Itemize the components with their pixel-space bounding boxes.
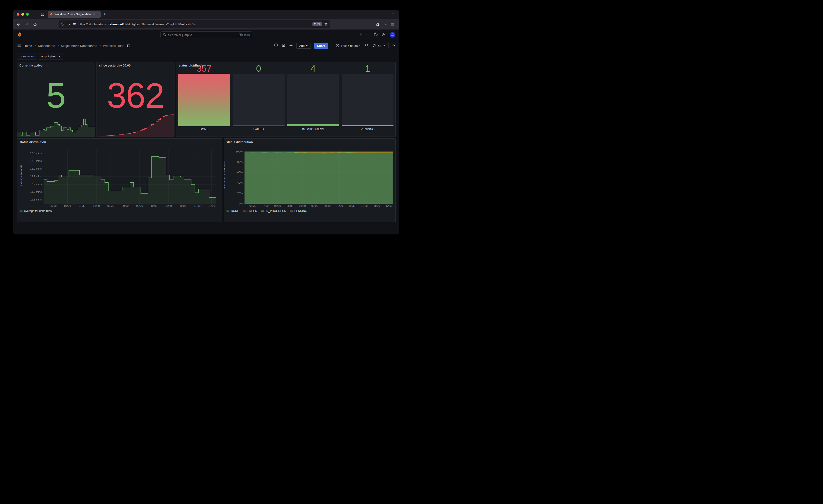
gauge-bar <box>233 74 285 126</box>
legend-color-pill <box>261 210 264 211</box>
browser-tab[interactable]: Workflow Runs - Single Metric D × <box>48 11 101 18</box>
legend-item-done[interactable]: DONE <box>226 209 239 213</box>
refresh-picker[interactable]: 5s <box>372 44 385 47</box>
y-axis-tick: 12 mins <box>17 183 42 185</box>
gauge-bar <box>342 74 393 126</box>
add-new-button[interactable] <box>359 33 366 36</box>
refresh-icon <box>372 44 376 47</box>
x-axis-tick: 10:00 <box>336 204 343 207</box>
panel-title[interactable]: Currently active <box>17 62 95 67</box>
x-axis-tick: 12:00 <box>208 204 215 207</box>
breadcrumb-dashboards[interactable]: Dashboards <box>38 44 55 47</box>
window-maximize-button[interactable] <box>26 13 29 16</box>
x-axis-tick: 08:00 <box>287 204 294 207</box>
breadcrumb-folder[interactable]: Single Metric Dashboards <box>61 44 97 47</box>
panel-avg-seconds-timeseries[interactable]: status distribution average seconds 12.3… <box>17 138 222 222</box>
x-axis-tick: 07:30 <box>79 204 86 207</box>
legend-item-pending[interactable]: PENDING <box>290 209 307 213</box>
add-button[interactable]: Add <box>297 43 311 49</box>
breadcrumb-current[interactable]: Workflow Runs <box>103 44 124 47</box>
collapse-chevron-up-icon[interactable] <box>392 43 395 48</box>
chart-area: distribution of statuses 100%80%60%40%20… <box>224 149 395 204</box>
search-input[interactable]: Search or jump to... ⌘+k <box>160 31 252 38</box>
legend-item-in-progress[interactable]: IN_PROGRESS <box>261 209 286 213</box>
help-icon[interactable] <box>374 32 378 37</box>
x-axis-tick: 09:30 <box>324 204 330 207</box>
url-bar[interactable]: https://githubmetrics.grafana.net/d/ddn9… <box>58 20 330 28</box>
browser-window: Workflow Runs - Single Metric D × + <box>13 10 399 234</box>
tab-bar: Workflow Runs - Single Metric D × + <box>13 10 399 19</box>
breadcrumb-separator: > <box>34 44 36 47</box>
extensions-puzzle-icon[interactable] <box>376 22 380 26</box>
bookmark-star-icon[interactable] <box>324 22 328 26</box>
x-axis-tick: 09:00 <box>122 204 129 207</box>
chart-legend: average for done runs <box>17 208 222 214</box>
timeseries-plot[interactable] <box>43 149 216 204</box>
dashboard-settings-gear-icon[interactable] <box>289 43 293 48</box>
share-button[interactable]: Share <box>314 43 328 49</box>
zoom-out-icon[interactable] <box>365 43 369 48</box>
panel-info-icon[interactable] <box>274 43 278 48</box>
user-avatar[interactable] <box>390 32 395 38</box>
gauge-label: PENDING <box>342 126 393 131</box>
panel-title[interactable]: since yesterday 00:00 <box>97 62 174 67</box>
panel-currently-active[interactable]: Currently active 5 <box>17 62 95 137</box>
panel-status-distribution-stacked[interactable]: status distribution distribution of stat… <box>224 138 395 222</box>
mega-menu-icon[interactable] <box>17 43 21 48</box>
x-axis-tick: 07:00 <box>262 204 269 207</box>
stat-value-since-yesterday: 362 <box>107 75 164 116</box>
y-axis-tick: 0% <box>224 202 242 205</box>
x-axis-tick: 11:30 <box>194 204 200 207</box>
y-axis-tick: 11.9 mins <box>17 190 42 193</box>
panel-since-yesterday[interactable]: since yesterday 00:00 362 <box>97 62 174 137</box>
x-axis-tick: 11:00 <box>361 204 368 207</box>
tab-favicon-grafana-icon <box>50 12 53 16</box>
legend-label: PENDING <box>294 209 307 213</box>
y-axis-tick: 100% <box>224 150 242 153</box>
lock-icon[interactable] <box>67 22 70 26</box>
permissions-icon[interactable] <box>72 22 76 26</box>
legend-item-average-for-done-runs[interactable]: average for done runs <box>19 209 51 213</box>
chart-area: average seconds 12.3 mins12.3 mins12.2 m… <box>17 149 222 204</box>
breadcrumb-home[interactable]: Home <box>24 44 32 47</box>
back-icon[interactable] <box>17 22 21 26</box>
forward-icon[interactable] <box>25 22 29 26</box>
panel-title[interactable]: status distribution <box>17 139 222 144</box>
dashboard-variables: oranization arg-digitaal <box>13 51 399 61</box>
x-axis-tick: 09:00 <box>311 204 318 207</box>
window-minimize-button[interactable] <box>21 13 24 16</box>
breadcrumb-separator: > <box>99 44 101 47</box>
window-close-button[interactable] <box>17 13 19 16</box>
zoom-level-badge[interactable]: 110% <box>312 22 322 26</box>
x-axis-tick: 11:00 <box>180 204 186 207</box>
panel-title[interactable]: status distribution <box>176 62 205 67</box>
panel-title[interactable]: status distribution <box>224 139 395 144</box>
search-icon <box>163 33 166 37</box>
legend-item-failed[interactable]: FAILED <box>243 209 257 213</box>
new-tab-button[interactable]: + <box>104 12 106 17</box>
news-rss-icon[interactable] <box>382 32 386 37</box>
bar-gauge-failed: 0FAILED <box>233 64 285 135</box>
firefox-view-icon[interactable] <box>40 12 44 16</box>
stacked-area-plot[interactable] <box>244 149 393 204</box>
tracking-shield-icon[interactable] <box>61 22 65 26</box>
x-axis: 06:3007:0007:3008:0008:3009:0009:3010:00… <box>43 204 216 208</box>
breadcrumb-separator: > <box>57 44 59 47</box>
favorite-star-icon[interactable] <box>127 43 130 48</box>
tab-close-icon[interactable]: × <box>97 13 99 16</box>
tab-list-chevron-down-icon[interactable] <box>391 12 395 17</box>
x-axis-tick: 07:00 <box>64 204 71 207</box>
save-dashboard-icon[interactable] <box>282 43 286 48</box>
variable-label[interactable]: oranization <box>17 53 37 59</box>
app-menu-hamburger-icon[interactable] <box>391 22 395 26</box>
grafana-logo[interactable] <box>17 32 22 38</box>
toolbar-overflow-icon[interactable]: » <box>384 22 386 26</box>
reload-icon[interactable] <box>33 22 37 26</box>
url-text[interactable]: https://githubmetrics.grafana.net/d/ddn9… <box>78 22 195 26</box>
x-axis: 06:3007:0007:3008:0008:3009:0009:3010:00… <box>244 204 393 208</box>
x-axis-tick: 09:30 <box>136 204 143 207</box>
panel-status-gauges[interactable]: status distribution 357DONE0FAILED4IN_PR… <box>176 62 395 137</box>
x-axis-tick: 10:30 <box>348 204 355 207</box>
time-range-picker[interactable]: Last 6 hours <box>336 44 362 47</box>
variable-value-dropdown[interactable]: arg-digitaal <box>39 53 63 59</box>
